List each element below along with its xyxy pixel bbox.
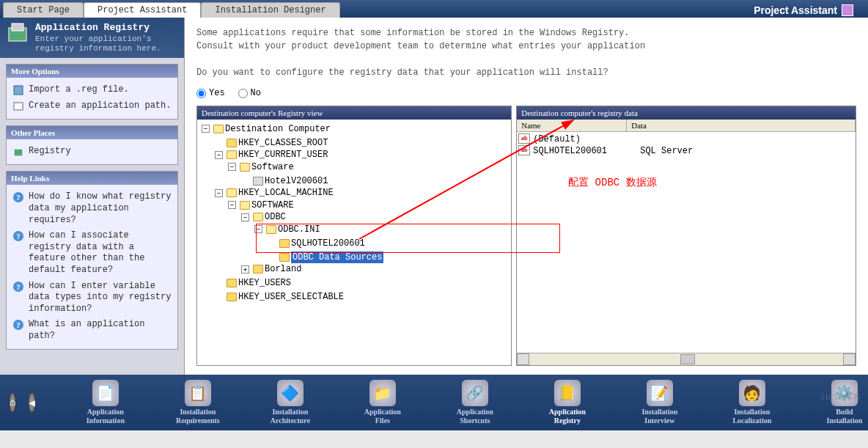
- folder-icon: [279, 253, 290, 262]
- expand-toggle[interactable]: −: [254, 225, 262, 233]
- expand-toggle[interactable]: −: [241, 213, 249, 221]
- svg-rect-4: [14, 149, 23, 156]
- registry-link-icon: [12, 146, 24, 158]
- col-data-header[interactable]: Data: [627, 120, 856, 131]
- expand-toggle[interactable]: −: [215, 189, 223, 197]
- registry-icon: [6, 22, 29, 45]
- folder-icon: [227, 150, 237, 159]
- other-places-panel: Other Places Registry: [6, 125, 178, 165]
- help-link-2[interactable]: ?How can I enter variable data types int…: [11, 279, 173, 317]
- step-icon: 📒: [554, 380, 581, 406]
- help-icon: ?: [12, 281, 24, 293]
- expand-toggle[interactable]: −: [202, 125, 210, 133]
- help-link-3[interactable]: ?What is an application path?: [11, 317, 173, 344]
- folder-icon: [227, 188, 237, 197]
- folder-icon: [279, 239, 290, 248]
- data-body[interactable]: ab(Default) abSQLHOTEL200601SQL Server 配…: [517, 132, 856, 353]
- title-bar: Start Page Project Assistant Installatio…: [0, 0, 868, 18]
- radio-yes[interactable]: Yes: [196, 88, 225, 98]
- help-links-panel: Help Links ?How do I know what registry …: [6, 171, 178, 349]
- app-title: Project Assistant: [754, 4, 868, 18]
- more-options-title: More Options: [7, 65, 177, 78]
- scroll-left-button[interactable]: [517, 353, 529, 365]
- folder-icon: [227, 279, 237, 287]
- tab-start-page[interactable]: Start Page: [3, 2, 84, 18]
- svg-rect-3: [14, 103, 23, 110]
- svg-text:?: ?: [16, 282, 21, 291]
- svg-text:?: ?: [16, 320, 21, 329]
- step-5[interactable]: 📒ApplicationRegistry: [539, 380, 596, 425]
- data-panel-header: Destination computer's registry data: [517, 106, 856, 120]
- help-link-1[interactable]: ?How can I associate registry data with …: [11, 228, 173, 278]
- svg-text:?: ?: [16, 193, 21, 202]
- step-3[interactable]: 📁ApplicationFiles: [354, 380, 411, 425]
- svg-rect-1: [12, 23, 23, 31]
- col-name-header[interactable]: Name: [517, 120, 627, 131]
- annotation-text: 配置 ODBC 数据源: [568, 176, 656, 189]
- help-icon: ?: [12, 319, 24, 331]
- radio-no[interactable]: No: [238, 88, 261, 98]
- folder-icon: [227, 139, 237, 147]
- step-icon: 📝: [647, 380, 673, 406]
- link-registry[interactable]: Registry: [11, 144, 173, 160]
- registry-data-panel: Destination computer's registry data Nam…: [516, 106, 856, 366]
- step-2[interactable]: 🔷InstallationArchitecture: [262, 380, 319, 425]
- component-icon: [253, 177, 263, 186]
- string-value-icon: ab: [518, 133, 530, 144]
- nav-home-button[interactable]: ⌂: [9, 392, 16, 413]
- string-value-icon: ab: [518, 145, 530, 155]
- sidebar-header-desc: Enter your application's registry inform…: [35, 34, 178, 54]
- tree-node-selected[interactable]: ODBC Data Sources: [268, 251, 383, 263]
- help-links-title: Help Links: [7, 172, 177, 185]
- app-icon: [842, 4, 853, 16]
- watermark: 51CTO博客: [820, 392, 861, 403]
- expand-toggle[interactable]: −: [215, 151, 223, 159]
- step-icon: 📁: [369, 380, 396, 406]
- link-import-reg[interactable]: Import a .reg file.: [11, 82, 173, 98]
- expand-toggle[interactable]: +: [241, 265, 249, 273]
- data-columns: Name Data: [517, 120, 856, 132]
- other-places-title: Other Places: [7, 126, 177, 139]
- step-6[interactable]: 📝InstallationInterview: [631, 380, 688, 425]
- data-row[interactable]: ab(Default): [518, 133, 854, 145]
- scroll-thumb[interactable]: [680, 354, 695, 364]
- step-icon: 🔗: [462, 380, 488, 406]
- help-link-0[interactable]: ?How do I know what registry data my app…: [11, 189, 173, 228]
- help-icon: ?: [12, 230, 24, 242]
- step-7[interactable]: 🧑InstallationLocalization: [724, 380, 781, 425]
- more-options-panel: More Options Import a .reg file. Create …: [6, 64, 178, 120]
- step-0[interactable]: 📄ApplicationInformation: [77, 380, 134, 425]
- step-icon: 📋: [185, 380, 211, 406]
- tab-installation-designer[interactable]: Installation Designer: [201, 2, 339, 18]
- folder-icon: [240, 163, 250, 172]
- step-8[interactable]: ⚙️BuildInstallation: [816, 380, 868, 425]
- expand-toggle[interactable]: −: [228, 163, 236, 171]
- sidebar: Application Registry Enter your applicat…: [0, 18, 185, 375]
- tab-project-assistant[interactable]: Project Assistant: [84, 2, 201, 18]
- description: Some applications require that some info…: [196, 26, 856, 79]
- folder-icon: [253, 213, 263, 221]
- step-icon: 🔷: [277, 380, 304, 406]
- path-icon: [12, 100, 24, 112]
- step-1[interactable]: 📋InstallationRequirements: [169, 380, 227, 425]
- registry-tree[interactable]: − Destination Computer HKEY_CLASSES_ROOT…: [197, 120, 511, 365]
- svg-text:?: ?: [16, 232, 21, 240]
- step-4[interactable]: 🔗ApplicationShortcuts: [446, 380, 504, 425]
- data-row[interactable]: abSQLHOTEL200601SQL Server: [518, 145, 854, 157]
- sidebar-header-title: Application Registry: [35, 22, 178, 33]
- step-icon: 📄: [92, 380, 119, 406]
- sidebar-header: Application Registry Enter your applicat…: [0, 18, 184, 58]
- horizontal-scrollbar[interactable]: [517, 353, 856, 365]
- folder-icon: [266, 225, 276, 234]
- tab-strip: Start Page Project Assistant Installatio…: [3, 2, 340, 18]
- step-icon: 🧑: [739, 380, 765, 406]
- folder-icon: [240, 201, 250, 210]
- nav-back-button[interactable]: ◀: [28, 392, 35, 413]
- scroll-right-button[interactable]: [843, 353, 856, 365]
- link-create-app-path[interactable]: Create an application path.: [11, 98, 173, 114]
- folder-icon: [213, 125, 224, 133]
- reg-file-icon: [12, 84, 24, 96]
- expand-toggle[interactable]: −: [228, 201, 236, 209]
- folder-icon: [227, 293, 237, 301]
- svg-rect-2: [14, 86, 23, 95]
